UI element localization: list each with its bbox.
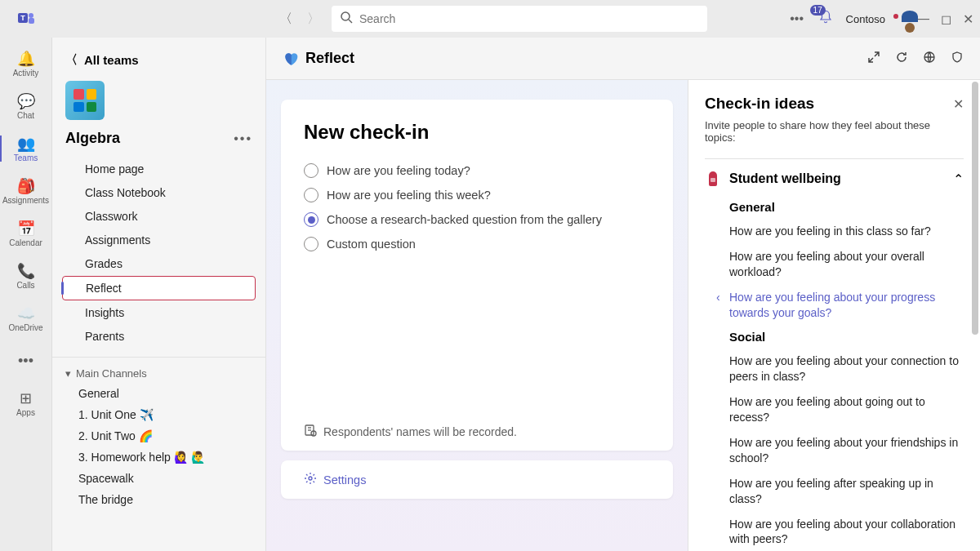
form-icon: [304, 424, 317, 439]
option-feeling-today[interactable]: How are you feeling today?: [304, 158, 650, 183]
nav-classwork[interactable]: Classwork: [62, 205, 256, 228]
scrollbar-thumb[interactable]: [972, 82, 978, 335]
nav-reflect[interactable]: Reflect: [62, 276, 256, 300]
rail-more[interactable]: •••: [0, 341, 52, 380]
subhead-social: Social: [705, 325, 964, 349]
team-nav-list: Home page Class Notebook Classwork Assig…: [52, 153, 265, 358]
window-close-button[interactable]: ✕: [963, 11, 973, 27]
svg-line-5: [349, 20, 352, 23]
reflect-heart-icon: [283, 51, 299, 67]
svg-point-2: [29, 13, 33, 18]
svg-point-4: [341, 12, 350, 20]
card-footer: Respondents' names will be recorded.: [304, 424, 650, 439]
apps-icon: ⊞: [20, 390, 32, 407]
channel-general[interactable]: General: [52, 383, 265, 404]
svg-rect-3: [29, 18, 34, 24]
shield-button[interactable]: [951, 51, 964, 67]
nav-home-page[interactable]: Home page: [62, 158, 256, 180]
channels-section-toggle[interactable]: ▾ Main Channels: [52, 364, 265, 383]
idea-item[interactable]: How are you feeling about your connectio…: [705, 349, 964, 389]
more-options-button[interactable]: •••: [789, 11, 805, 26]
channel-spacewalk[interactable]: Spacewalk: [52, 468, 265, 489]
bell-icon: 🔔: [17, 51, 35, 67]
idea-item[interactable]: How are you feeling in this class so far…: [705, 219, 964, 244]
all-teams-back-button[interactable]: 〈 All teams: [52, 46, 265, 74]
idea-item[interactable]: How are you feeling about going out to r…: [705, 389, 964, 430]
close-panel-button[interactable]: ✕: [953, 96, 964, 112]
expand-button[interactable]: [867, 51, 880, 67]
idea-item[interactable]: How are you feeling about your friendshi…: [705, 430, 964, 471]
notifications-button[interactable]: 17: [818, 10, 833, 28]
main-column: New check-in How are you feeling today? …: [266, 80, 688, 551]
option-feeling-week[interactable]: How are you feeling this week?: [304, 183, 650, 207]
ideas-subtitle: Invite people to share how they feel abo…: [705, 119, 964, 144]
idea-item[interactable]: How are you feeling about your collabora…: [705, 512, 964, 551]
checkin-ideas-panel: Check-in ideas ✕ Invite people to share …: [688, 80, 980, 551]
radio-icon: [304, 237, 318, 251]
rail-onedrive[interactable]: ☁️OneDrive: [0, 299, 52, 338]
rail-apps[interactable]: ⊞Apps: [0, 384, 52, 423]
chevron-up-icon: ⌃: [953, 171, 964, 187]
backpack-icon: [705, 171, 721, 187]
rail-label: Calendar: [9, 238, 42, 247]
idea-item[interactable]: How are you feeling after speaking up in…: [705, 471, 964, 512]
rail-assignments[interactable]: 🎒Assignments: [0, 171, 52, 211]
team-side-panel: 〈 All teams Algebra ••• Home page Class …: [52, 38, 266, 551]
option-custom-question[interactable]: Custom question: [304, 232, 650, 256]
cloud-icon: ☁️: [17, 305, 35, 322]
nav-back-button[interactable]: 〈: [274, 7, 297, 30]
nav-insights[interactable]: Insights: [62, 301, 256, 324]
nav-grades[interactable]: Grades: [62, 252, 256, 275]
gear-icon: [304, 472, 317, 487]
idea-item[interactable]: How are you feeling about your overall w…: [705, 244, 964, 285]
rail-label: Chat: [17, 111, 34, 120]
channel-the-bridge[interactable]: The bridge: [52, 489, 265, 510]
channel-unit-two[interactable]: 2. Unit Two 🌈: [52, 425, 265, 447]
nav-assignments[interactable]: Assignments: [62, 229, 256, 251]
subhead-general: General: [705, 195, 964, 219]
chevron-left-icon: 〈: [65, 52, 78, 68]
settings-row[interactable]: Settings: [281, 460, 673, 499]
caret-down-icon: ▾: [65, 367, 71, 380]
team-more-button[interactable]: •••: [234, 131, 252, 146]
bag-icon: 🎒: [17, 178, 35, 194]
search-box[interactable]: [332, 6, 707, 32]
presence-busy-icon: [892, 12, 900, 20]
rail-calendar[interactable]: 📅Calendar: [0, 214, 52, 253]
rail-chat[interactable]: 💬Chat: [0, 87, 52, 126]
svg-point-11: [309, 477, 312, 480]
window-minimize-button[interactable]: —: [916, 11, 929, 27]
option-label: How are you feeling this week?: [327, 189, 491, 202]
nav-forward-button[interactable]: 〉: [302, 7, 325, 30]
rail-label: Teams: [14, 153, 38, 162]
section-student-wellbeing[interactable]: Student wellbeing ⌃: [705, 158, 964, 195]
rail-label: Apps: [16, 408, 35, 417]
new-checkin-card: New check-in How are you feeling today? …: [281, 100, 673, 451]
rail-teams[interactable]: 👥Teams: [0, 129, 52, 168]
rail-activity[interactable]: 🔔Activity: [0, 44, 52, 83]
team-name-heading: Algebra: [65, 130, 120, 147]
content-title: Reflect: [305, 50, 867, 67]
teams-logo: T: [7, 9, 46, 29]
reload-button[interactable]: [895, 51, 908, 67]
org-name-label: Contoso: [846, 13, 885, 25]
calendar-icon: 📅: [17, 220, 35, 237]
channel-unit-one[interactable]: 1. Unit One ✈️: [52, 404, 265, 425]
search-input[interactable]: [359, 12, 699, 25]
idea-item-selected[interactable]: How are you feeling about your progress …: [705, 285, 964, 326]
option-label: Custom question: [327, 238, 416, 251]
radio-icon: [304, 188, 318, 202]
option-gallery-question[interactable]: Choose a research-backed question from t…: [304, 207, 650, 232]
globe-button[interactable]: [923, 51, 936, 67]
section-title: Student wellbeing: [729, 171, 945, 186]
rail-label: Assignments: [2, 196, 49, 205]
footer-text: Respondents' names will be recorded.: [323, 425, 517, 438]
nav-class-notebook[interactable]: Class Notebook: [62, 181, 256, 204]
content-header: Reflect: [266, 38, 980, 80]
nav-parents[interactable]: Parents: [62, 325, 256, 348]
card-heading: New check-in: [304, 121, 650, 144]
rail-calls[interactable]: 📞Calls: [0, 256, 52, 295]
channel-homework-help[interactable]: 3. Homework help 🙋‍♀️ 🙋‍♂️: [52, 447, 265, 468]
ideas-title: Check-in ideas: [705, 95, 814, 113]
window-maximize-button[interactable]: ◻: [941, 11, 951, 27]
